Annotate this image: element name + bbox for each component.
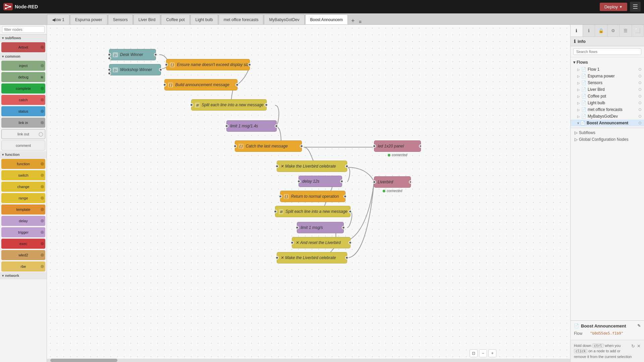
function-section-header[interactable]: ▾ function [0,151,47,158]
flow-item-lightbulb[interactable]: ▷ 📄 Light bulb [571,100,644,106]
node-workshop-winner[interactable]: ▷ Workshop Winner [109,64,161,75]
zoom-out-button[interactable]: − [479,349,487,357]
flow-item-metoffice[interactable]: ▷ 📄 met office forecasts [571,106,644,113]
network-section-header[interactable]: ▾ network [0,272,47,279]
node-template[interactable]: template [1,204,45,215]
node-limit2[interactable]: limit 1 msg/s [297,222,344,233]
rp-tab-layout[interactable]: ⬜ [632,25,644,37]
boost-detail-title: 📄 Boost Announcement ✎ [574,323,641,328]
node-split-lines2[interactable]: ⊞ Split each line into a new message [275,206,351,217]
add-tab-button[interactable]: + [349,17,357,24]
node-debug[interactable]: debug ≡ [1,72,45,82]
node-rbe[interactable]: rbe [1,261,45,272]
node-status[interactable]: status [1,106,45,116]
canvas-area[interactable]: ▷ Desk Winner ▷ Workshop Winner { } Ensu… [47,25,570,362]
node-artnet[interactable]: Artnet [1,42,45,52]
canvas-scrollbar[interactable] [47,359,570,362]
node-link-in-label: link in [3,121,43,125]
tab-metoffice[interactable]: met office forecasts [219,14,264,24]
node-comment[interactable]: comment [1,140,45,150]
node-liverbird-out[interactable]: Liverbird connected [374,176,411,188]
flow-item-flow1[interactable]: ▷ 📄 Flow 1 [571,66,644,73]
node-switch[interactable]: switch [1,170,45,180]
node-limit1[interactable]: limit 1 msg/1.4s [226,120,277,132]
liverbird-flow-status [639,88,641,91]
liverbird-flow-label: Liver Bird [588,87,605,92]
flow-item-boost[interactable]: ▾ 📄 Boost Announcement [571,120,644,126]
rp-tab-2[interactable]: ℹ [583,25,595,37]
node-link-in[interactable]: link in [1,118,45,128]
node-make-celebrate2[interactable]: ✕ Make the Liverbird celebrate [277,252,347,263]
lightbulb-expand: ▷ [577,101,580,105]
global-config-expand: ▷ [575,137,578,142]
flow-item-coffeepot[interactable]: ▷ 📄 Coffee pot [571,93,644,100]
canvas-scrollbar-thumb[interactable] [50,359,117,362]
tab-mybabys[interactable]: MyBabysGotDev [264,14,304,24]
node-desk-winner[interactable]: ▷ Desk Winner [109,49,156,60]
node-make-celebrate1[interactable]: ✕ Make the Liverbird celebrate [277,161,347,172]
node-function[interactable]: function [1,159,45,169]
tab-lightbulb[interactable]: Light bulb [191,14,218,24]
node-led-panel[interactable]: led 1x20 panel connected [374,140,421,152]
node-wled2-port [41,253,44,257]
tab-boost[interactable]: Boost Announcem [305,14,348,24]
led-status-circle [388,154,390,157]
tab-list-button[interactable]: ≡ [357,19,363,24]
lightbulb-label: Light bulb [588,101,605,105]
flow-item-mybabys[interactable]: ▷ 📄 MyBabysGotDev [571,113,644,120]
build-icon: { } [168,82,173,87]
deploy-button[interactable]: Deploy ▼ [600,3,627,11]
boost-detail-label: Boost Announcement [581,323,626,328]
network-label: network [5,274,19,278]
node-wled2[interactable]: wled2 [1,250,45,260]
flow-item-liverbird[interactable]: ▷ 📄 Liver Bird [571,86,644,93]
node-reset-liverbird[interactable]: ✕ And reset the Liverbird [292,237,351,248]
node-split-lines1[interactable]: ⊞ Split each line into a new message [191,99,267,111]
liverbird-expand: ▷ [577,88,580,92]
node-trigger[interactable]: trigger [1,227,45,237]
node-return-normal[interactable]: { } Return to normal operation [280,191,345,202]
global-config-tree-item[interactable]: ▷ Global Configuration Nodes [571,136,644,143]
zoom-fit-button[interactable]: ⊡ [470,349,478,357]
subflows-tree-item[interactable]: ▷ Subflows [571,129,644,136]
sensors-expand: ▷ [577,81,580,85]
rp-tab-info[interactable]: ℹ [571,25,583,37]
node-delay12[interactable]: delay 12s [299,176,342,187]
node-exec[interactable]: exec [1,239,45,249]
help-refresh-button[interactable]: ↻ [631,343,635,350]
reset-icon: ✕ [296,240,299,245]
node-build-announcement[interactable]: { } Build announcement message [164,79,237,90]
rp-tab-lock[interactable]: 🔒 [595,25,607,37]
node-complete[interactable]: complete [1,83,45,94]
main-layout: ▾ subflows Artnet ▾ common inject debug … [0,25,644,362]
node-catch[interactable]: catch [1,95,45,105]
node-delay[interactable]: delay [1,216,45,226]
node-ensure-name[interactable]: { } Ensure name doesn't exceed display s… [166,59,250,70]
flow-item-espurna[interactable]: ▷ 📄 Espurna power [571,73,644,79]
tab-liverbird[interactable]: Liver Bird [133,14,161,24]
node-catch-last[interactable]: { } Catch the last message [235,140,302,152]
rp-tab-list[interactable]: ☰ [620,25,632,37]
help-close-button[interactable]: ✕ [637,343,641,350]
menu-button[interactable]: ☰ [630,2,641,12]
subflows-section-header[interactable]: ▾ subflows [0,35,47,42]
ensure-input [165,63,168,66]
node-change[interactable]: change [1,182,45,192]
node-link-out[interactable]: link out ◯ [1,129,45,139]
tab-espurna[interactable]: Espurna power [70,14,107,24]
metoffice-expand: ▷ [577,108,580,112]
tab-coffeepot[interactable]: Coffee pot [161,14,190,24]
filter-nodes-input[interactable] [2,26,45,33]
node-inject[interactable]: inject [1,61,45,71]
zoom-in-button[interactable]: + [488,349,496,357]
flow-item-sensors[interactable]: ▷ 📄 Sensors [571,79,644,86]
flows-section-header[interactable]: ▾ Flows [571,59,644,66]
tab-sensors[interactable]: Sensors [108,14,133,24]
limit1-output [275,124,278,128]
search-flows-input[interactable] [573,48,641,55]
common-section-header[interactable]: ▾ common [0,53,47,60]
tab-low1[interactable]: ◀ low 1 [47,14,69,24]
rp-tab-settings[interactable]: ⚙ [607,25,620,37]
node-range[interactable]: range [1,193,45,203]
boost-edit-icon[interactable]: ✎ [637,323,641,328]
